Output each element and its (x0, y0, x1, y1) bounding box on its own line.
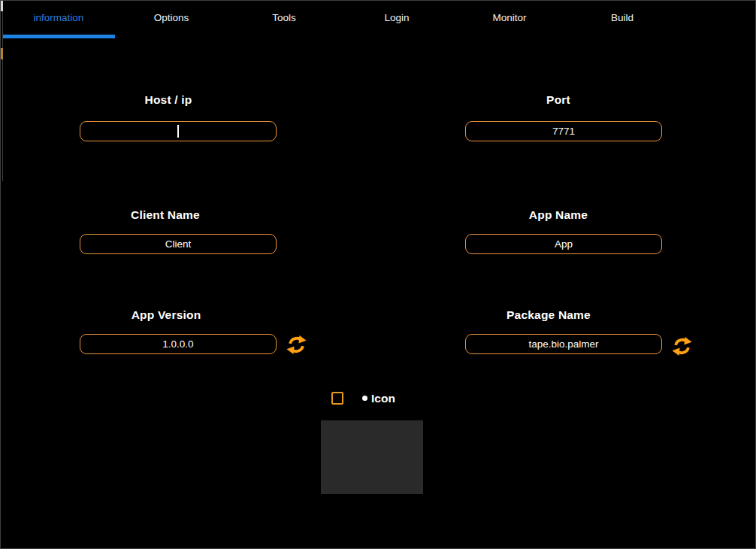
icon-preview-box[interactable] (321, 420, 423, 494)
tab-build[interactable]: Build (566, 1, 679, 40)
client-name-label: Client Name (67, 208, 264, 222)
tab-information[interactable]: information (2, 1, 115, 40)
icon-section-label: Icon (371, 392, 395, 405)
port-label: Port (460, 93, 657, 107)
app-version-label: App Version (68, 308, 265, 322)
tab-tools[interactable]: Tools (228, 1, 340, 40)
package-name-label: Package Name (450, 308, 647, 322)
refresh-icon (672, 336, 692, 356)
text-caret (177, 125, 179, 138)
tab-login-label: Login (384, 12, 409, 23)
bullet-icon (362, 396, 367, 401)
left-edge-marker-orange (1, 48, 3, 59)
app-window: information Options Tools Login Monitor … (0, 0, 756, 549)
package-name-input[interactable] (465, 334, 662, 354)
tab-login[interactable]: Login (340, 1, 453, 40)
icon-checkbox[interactable] (331, 392, 343, 405)
tab-build-label: Build (611, 12, 634, 23)
tab-monitor-label: Monitor (492, 12, 526, 23)
tab-options[interactable]: Options (115, 1, 228, 40)
app-version-input[interactable] (80, 334, 277, 354)
window-left-border (2, 1, 3, 181)
package-name-refresh-button[interactable] (672, 336, 692, 356)
host-ip-label: Host / ip (70, 93, 267, 107)
client-name-input[interactable] (80, 234, 277, 254)
tab-monitor[interactable]: Monitor (453, 1, 566, 40)
port-input[interactable] (465, 121, 662, 141)
tab-tools-label: Tools (272, 12, 296, 23)
tab-information-label: information (34, 12, 84, 23)
tab-options-label: Options (154, 12, 189, 23)
refresh-icon (286, 335, 307, 355)
app-name-input[interactable] (465, 234, 662, 254)
app-name-label: App Name (460, 208, 657, 222)
app-version-refresh-button[interactable] (286, 335, 307, 355)
active-tab-underline (3, 35, 115, 38)
left-edge-marker-top (1, 1, 3, 11)
tab-bar: information Options Tools Login Monitor … (2, 1, 679, 40)
